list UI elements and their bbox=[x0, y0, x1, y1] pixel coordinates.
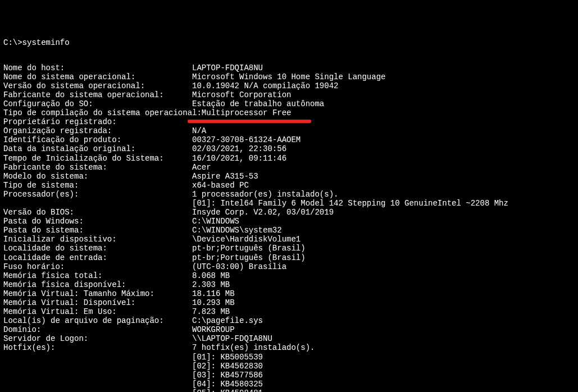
output-value: \Device\HarddiskVolume1 bbox=[192, 235, 301, 244]
output-row: [01]: KB5005539 bbox=[3, 353, 575, 362]
output-row: Tempo de Inicialização do Sistema:16/10/… bbox=[3, 154, 575, 163]
output-row: [04]: KB4580325 bbox=[3, 380, 575, 389]
output-value: 10.0.19042 N/A compilação 19042 bbox=[192, 81, 338, 90]
output-row: [03]: KB4577586 bbox=[3, 371, 575, 380]
output-value: C:\WINDOWS\system32 bbox=[192, 226, 282, 235]
output-label: Tipo de sistema: bbox=[3, 181, 192, 190]
output-value: 00327-30708-61324-AAOEM bbox=[192, 135, 301, 144]
output-label: Hotfix(es): bbox=[3, 343, 192, 352]
output-value: 02/03/2021, 22:30:56 bbox=[192, 144, 286, 153]
output-row: Fabricante do sistema operacional:Micros… bbox=[3, 90, 575, 99]
output-label: Pasta do sistema: bbox=[3, 226, 192, 235]
output-label: Local(is) de arquivo de paginação: bbox=[3, 316, 192, 325]
output-label: Processador(es): bbox=[3, 190, 192, 199]
output-label: Fabricante do sistema operacional: bbox=[3, 90, 192, 99]
output-row: Nome do sistema operacional:Microsoft Wi… bbox=[3, 72, 575, 81]
output-row: [02]: KB4562830 bbox=[3, 362, 575, 371]
output-row: Nome do host:LAPTOP-FDQIA8NU bbox=[3, 63, 575, 72]
output-value: WORKGROUP bbox=[192, 325, 235, 334]
output-value: 7 hotfix(es) instalado(s). bbox=[192, 343, 315, 352]
output-value: C:\WINDOWS bbox=[192, 217, 239, 226]
output-value: 7.823 MB bbox=[192, 307, 230, 316]
output-value: 8.068 MB bbox=[192, 271, 230, 280]
output-value: [03]: KB4577586 bbox=[192, 371, 263, 380]
output-value: N/A bbox=[192, 126, 206, 135]
output-label: Pasta do Windows: bbox=[3, 217, 192, 226]
output-row: Localidade de entrada:pt-br;Português (B… bbox=[3, 253, 575, 262]
output-row: [01]: Intel64 Family 6 Model 142 Steppin… bbox=[3, 199, 575, 208]
output-label: Servidor de Logon: bbox=[3, 334, 192, 343]
output-label: Nome do host: bbox=[3, 63, 192, 72]
output-row: Memória física total:8.068 MB bbox=[3, 271, 575, 280]
output-label: Memória física disponível: bbox=[3, 280, 192, 289]
output-label: Modelo do sistema: bbox=[3, 172, 192, 181]
output-value: Insyde Corp. V2.02, 03/01/2019 bbox=[192, 208, 334, 217]
output-row: Processador(es):1 processador(es) instal… bbox=[3, 190, 575, 199]
output-label: Proprietário registrado: bbox=[3, 117, 192, 126]
output-value: Estação de trabalho autônoma bbox=[192, 99, 324, 108]
output-label: Inicializar dispositivo: bbox=[3, 235, 192, 244]
output-row: Pasta do sistema:C:\WINDOWS\system32 bbox=[3, 226, 575, 235]
output-value: [01]: Intel64 Family 6 Model 142 Steppin… bbox=[192, 199, 508, 208]
output-row: Modelo do sistema:Aspire A315-53 bbox=[3, 172, 575, 181]
output-label: Memória Virtual: Tamanho Máximo: bbox=[3, 289, 192, 298]
output-value: Microsoft Corporation bbox=[192, 90, 291, 99]
output-row: Tipo de compilação do sistema operaciona… bbox=[3, 108, 575, 117]
output-label: Memória física total: bbox=[3, 271, 192, 280]
output-row: Inicializar dispositivo:\Device\Harddisk… bbox=[3, 235, 575, 244]
output-value: pt-br;Português (Brasil) bbox=[192, 244, 306, 253]
output-label: Localidade de entrada: bbox=[3, 253, 192, 262]
output-value: [05]: KB4598481 bbox=[192, 389, 263, 392]
output-value: 10.293 MB bbox=[192, 298, 235, 307]
output-row: Proprietário registrado: bbox=[3, 117, 575, 126]
output-row: Memória Virtual: Tamanho Máximo:18.116 M… bbox=[3, 289, 575, 298]
output-row: Memória Virtual: Disponível:10.293 MB bbox=[3, 298, 575, 307]
output-label: Configuração do SO: bbox=[3, 99, 192, 108]
output-label: Data da instalação original: bbox=[3, 144, 192, 153]
output-value: x64-based PC bbox=[192, 181, 249, 190]
output-value: Microsoft Windows 10 Home Single Languag… bbox=[192, 72, 385, 81]
output-value: 2.303 MB bbox=[192, 280, 230, 289]
systeminfo-output: Nome do host:LAPTOP-FDQIA8NUNome do sist… bbox=[3, 63, 575, 392]
output-row: Identificação do produto:00327-30708-613… bbox=[3, 135, 575, 144]
output-value: [02]: KB4562830 bbox=[192, 362, 263, 371]
output-label: Memória Virtual: Disponível: bbox=[3, 298, 192, 307]
output-label: Tempo de Inicialização do Sistema: bbox=[3, 154, 192, 163]
output-row: Data da instalação original:02/03/2021, … bbox=[3, 144, 575, 153]
output-value: (UTC-03:00) Brasília bbox=[192, 262, 286, 271]
output-row: Fuso horário:(UTC-03:00) Brasília bbox=[3, 262, 575, 271]
output-row: Configuração do SO:Estação de trabalho a… bbox=[3, 99, 575, 108]
output-row: Tipo de sistema:x64-based PC bbox=[3, 181, 575, 190]
output-label: Memória Virtual: Em Uso: bbox=[3, 307, 192, 316]
output-row: Organização registrada:N/A bbox=[3, 126, 575, 135]
output-label: Identificação do produto: bbox=[3, 135, 192, 144]
output-row: Servidor de Logon:\\LAPTOP-FDQIA8NU bbox=[3, 334, 575, 343]
output-value: 18.116 MB bbox=[192, 289, 235, 298]
output-row: Versão do sistema operacional:10.0.19042… bbox=[3, 81, 575, 90]
command-prompt: C:\>systeminfo bbox=[3, 38, 575, 47]
output-value: C:\pagefile.sys bbox=[192, 316, 263, 325]
output-label: Domínio: bbox=[3, 325, 192, 334]
output-row: Versão do BIOS:Insyde Corp. V2.02, 03/01… bbox=[3, 208, 575, 217]
output-row: Memória Virtual: Em Uso:7.823 MB bbox=[3, 307, 575, 316]
output-label: Fabricante do sistema: bbox=[3, 163, 192, 172]
output-value: Aspire A315-53 bbox=[192, 172, 258, 181]
redaction-mark bbox=[188, 120, 311, 123]
output-row: Hotfix(es):7 hotfix(es) instalado(s). bbox=[3, 343, 575, 352]
output-row: Localidade do sistema:pt-br;Português (B… bbox=[3, 244, 575, 253]
output-value: \\LAPTOP-FDQIA8NU bbox=[192, 334, 272, 343]
output-row: Fabricante do sistema:Acer bbox=[3, 163, 575, 172]
output-row: Domínio:WORKGROUP bbox=[3, 325, 575, 334]
output-label: Tipo de compilação do sistema operaciona… bbox=[3, 108, 202, 117]
output-label: Fuso horário: bbox=[3, 262, 192, 271]
output-value: [04]: KB4580325 bbox=[192, 380, 263, 389]
output-value: 16/10/2021, 09:11:46 bbox=[192, 154, 286, 163]
output-value: Acer bbox=[192, 163, 211, 172]
output-value: pt-br;Português (Brasil) bbox=[192, 253, 306, 262]
output-row: Pasta do Windows:C:\WINDOWS bbox=[3, 217, 575, 226]
output-value: LAPTOP-FDQIA8NU bbox=[192, 63, 263, 72]
output-value: [01]: KB5005539 bbox=[192, 353, 263, 362]
output-label: Localidade do sistema: bbox=[3, 244, 192, 253]
output-label: Organização registrada: bbox=[3, 126, 192, 135]
output-row: Local(is) de arquivo de paginação:C:\pag… bbox=[3, 316, 575, 325]
